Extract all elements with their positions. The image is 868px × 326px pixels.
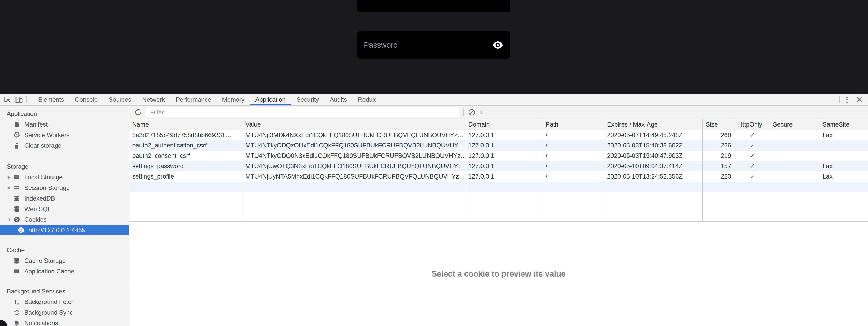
httponly-check[interactable]: ✓ [735, 171, 770, 182]
cookie-cell[interactable] [819, 140, 868, 151]
httponly-check[interactable]: ✓ [735, 151, 770, 161]
device-toolbar-icon[interactable] [14, 95, 24, 104]
httponly-check[interactable]: ✓ [735, 140, 770, 151]
delete-selected-icon[interactable]: × [476, 107, 487, 117]
cookie-cell[interactable] [770, 151, 819, 161]
empty-row[interactable] [735, 182, 770, 192]
tab-audits[interactable]: Audits [324, 94, 352, 105]
httponly-check[interactable]: ✓ [735, 161, 770, 171]
cookie-cell[interactable]: 2020-05-10T13:24:52.356Z [604, 171, 703, 182]
sidebar-item-application-cache[interactable]: Application Cache [0, 266, 129, 277]
sidebar-item-cookies[interactable]: ▼ Cookies [0, 214, 129, 225]
top-input-field[interactable] [357, 0, 510, 12]
filter-input[interactable] [146, 107, 459, 117]
sidebar-item-service-workers[interactable]: ⚙ Service Workers [0, 130, 129, 140]
column-header-secure[interactable]: Secure [770, 119, 819, 130]
eye-icon[interactable] [492, 40, 504, 49]
cookie-cell[interactable]: 2020-05-03T15:40:38.602Z [604, 140, 703, 151]
cookie-cell[interactable]: MTU4NTkyODQzOHxEdi1CQkFFQ180SUFBUkFCRUFB… [242, 140, 465, 151]
sidebar-item-notifications[interactable]: Notifications [0, 318, 129, 326]
cookie-cell[interactable]: 127.0.0.1 [465, 140, 542, 151]
cookie-cell[interactable]: 127.0.0.1 [465, 130, 542, 140]
sidebar-item-cookie-origin[interactable]: http://127.0.0.1:4455 [0, 225, 129, 236]
cookie-cell[interactable]: / [542, 161, 604, 171]
section-title-background-services[interactable]: Background Services [0, 286, 129, 297]
cookie-cell[interactable] [770, 140, 819, 151]
sidebar-item-background-fetch[interactable]: Background Fetch [0, 297, 129, 307]
tab-application[interactable]: Application [250, 94, 291, 105]
column-header-httponly[interactable]: HttpOnly [735, 119, 770, 130]
cookie-cell[interactable] [770, 130, 819, 140]
cookie-cell[interactable]: / [542, 171, 604, 182]
cookie-cell[interactable]: 2020-05-03T15:40:47.903Z [604, 151, 703, 161]
inspect-cursor-icon[interactable] [3, 95, 12, 104]
column-header-size[interactable]: Size [703, 119, 735, 130]
cookie-cell[interactable]: Lax [819, 171, 868, 182]
cookie-cell[interactable]: MTU4NjUwOTQ3N3xEdi1CQkFFQ180SUFBUkFCRUFB… [242, 161, 465, 171]
cookie-cell[interactable]: 8a3d27185b49d7758d8bb669331… [129, 130, 242, 140]
cookie-cell[interactable] [770, 171, 819, 182]
tab-elements[interactable]: Elements [33, 94, 69, 105]
sidebar-item-clear-storage[interactable]: Clear storage [0, 140, 129, 151]
sidebar-item-background-sync[interactable]: Background Sync [0, 307, 129, 318]
cookie-cell[interactable]: 219 [703, 151, 735, 161]
sidebar-item-indexeddb[interactable]: IndexedDB [0, 193, 129, 203]
tab-memory[interactable]: Memory [217, 94, 250, 105]
chevron-right-icon[interactable]: ▶ [6, 175, 13, 180]
sidebar-item-cache-storage[interactable]: Cache Storage [0, 255, 129, 266]
section-title-storage[interactable]: Storage [0, 161, 129, 172]
password-field[interactable] [357, 31, 510, 59]
cookie-cell[interactable]: 226 [703, 140, 735, 151]
empty-row[interactable] [242, 182, 465, 192]
cookie-cell[interactable]: / [542, 140, 604, 151]
cookie-cell[interactable]: 127.0.0.1 [465, 151, 542, 161]
chevron-down-icon[interactable]: ▼ [6, 217, 13, 222]
cookie-cell[interactable]: 268 [703, 130, 735, 140]
tab-security[interactable]: Security [291, 94, 324, 105]
cookie-cell[interactable]: MTU4NjUyNTA5MnxEdi1CQkFFQ180SUFBUkFCRUFB… [242, 171, 465, 182]
tab-network[interactable]: Network [137, 94, 170, 105]
tab-performance[interactable]: Performance [170, 94, 216, 105]
cookie-cell[interactable]: Lax [819, 130, 868, 140]
cookie-cell[interactable] [819, 151, 868, 161]
cookie-cell[interactable]: 2020-05-10T09:04:37.414Z [604, 161, 703, 171]
cookie-cell[interactable]: Lax [819, 161, 868, 171]
cookie-cell[interactable]: / [542, 130, 604, 140]
cookie-cell[interactable]: settings_profile [129, 171, 242, 182]
cookie-cell[interactable]: settings_password [129, 161, 242, 171]
cookie-cell[interactable]: MTU4NTkyODQ0N3xEdi1CQkFFQ180SUFBUkFCRUFB… [242, 151, 465, 161]
tab-console[interactable]: Console [69, 94, 103, 105]
password-input[interactable] [364, 40, 492, 49]
kebab-menu-icon[interactable] [842, 95, 851, 104]
empty-row[interactable] [770, 182, 819, 192]
cookie-cell[interactable] [770, 161, 819, 171]
section-title-cache[interactable]: Cache [0, 245, 129, 255]
section-title-application[interactable]: Application [0, 109, 129, 119]
empty-row[interactable] [819, 182, 868, 192]
sidebar-item-session-storage[interactable]: ▶ Session Storage [0, 182, 129, 193]
column-header-value[interactable]: Value [242, 119, 465, 130]
column-header-domain[interactable]: Domain [465, 119, 542, 130]
column-header-expires[interactable]: Expires / Max-Age [604, 119, 703, 130]
refresh-icon[interactable] [133, 107, 143, 117]
cookie-cell[interactable]: MTU4NjI3MDk4NXxEdi1CQkFFQ180SUFBUkFCRUFB… [242, 130, 465, 140]
clear-all-cookies-icon[interactable] [467, 107, 476, 117]
tab-sources[interactable]: Sources [103, 94, 137, 105]
tab-redux[interactable]: Redux [352, 94, 381, 105]
chevron-right-icon[interactable]: ▶ [6, 185, 13, 190]
httponly-check[interactable]: ✓ [735, 130, 770, 140]
empty-row[interactable] [703, 182, 735, 192]
empty-row[interactable] [129, 182, 242, 192]
close-icon[interactable]: × [854, 94, 864, 105]
cookie-cell[interactable]: 127.0.0.1 [465, 171, 542, 182]
empty-row[interactable] [542, 182, 604, 192]
cookie-cell[interactable]: oauth2_authentication_csrf [129, 140, 242, 151]
cookie-cell[interactable]: oauth2_consent_csrf [129, 151, 242, 161]
column-header-samesite[interactable]: SameSite [819, 119, 868, 130]
empty-row[interactable] [465, 182, 542, 192]
empty-row[interactable] [604, 182, 703, 192]
cookie-cell[interactable]: 2020-05-07T14:49:45.248Z [604, 130, 703, 140]
cookie-cell[interactable]: 127.0.0.1 [465, 161, 542, 171]
sidebar-item-local-storage[interactable]: ▶ Local Storage [0, 172, 129, 182]
cookie-cell[interactable]: 220 [703, 171, 735, 182]
